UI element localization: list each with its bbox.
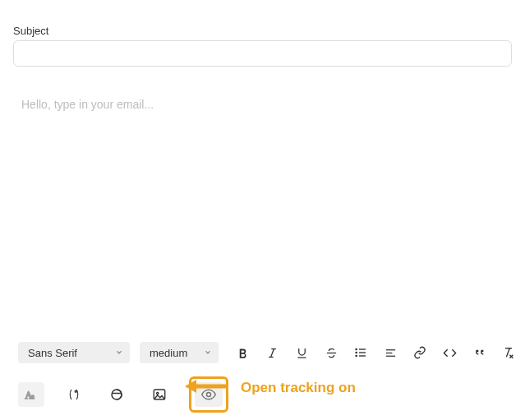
- annotation: Open tracking on: [185, 376, 356, 399]
- format-toolbar: Sans Serif medium: [18, 342, 516, 363]
- template-button[interactable]: [104, 382, 130, 407]
- svg-marker-25: [185, 380, 196, 393]
- clear-format-button[interactable]: [501, 345, 516, 360]
- svg-text:a: a: [31, 393, 35, 400]
- code-button[interactable]: [442, 345, 457, 360]
- text-style-button[interactable]: Aa: [18, 382, 44, 407]
- list-button[interactable]: [353, 345, 368, 360]
- email-body-editor[interactable]: Hello, type in your email...: [13, 90, 512, 312]
- quote-button[interactable]: [472, 345, 486, 360]
- chevron-down-icon: [204, 347, 212, 359]
- variable-button[interactable]: [61, 382, 87, 407]
- image-button[interactable]: [146, 382, 173, 407]
- svg-point-18: [75, 390, 76, 392]
- subject-label: Subject: [13, 25, 512, 37]
- svg-point-22: [157, 392, 159, 394]
- italic-button[interactable]: [265, 345, 279, 360]
- svg-point-10: [356, 355, 357, 356]
- arrow-left-icon: [185, 376, 229, 399]
- font-size-select[interactable]: medium: [140, 342, 219, 363]
- font-size-value: medium: [150, 347, 187, 359]
- underline-button[interactable]: [294, 345, 309, 360]
- svg-point-9: [356, 352, 357, 353]
- svg-line-2: [270, 348, 274, 357]
- font-family-value: Sans Serif: [28, 347, 77, 359]
- align-button[interactable]: [383, 345, 398, 360]
- link-button[interactable]: [412, 345, 427, 360]
- annotation-label: Open tracking on: [241, 380, 356, 396]
- chevron-down-icon: [115, 347, 123, 359]
- svg-point-8: [356, 348, 357, 349]
- strikethrough-button[interactable]: [324, 345, 338, 360]
- bold-button[interactable]: [235, 345, 250, 360]
- subject-input[interactable]: [13, 40, 512, 67]
- font-family-select[interactable]: Sans Serif: [18, 342, 130, 363]
